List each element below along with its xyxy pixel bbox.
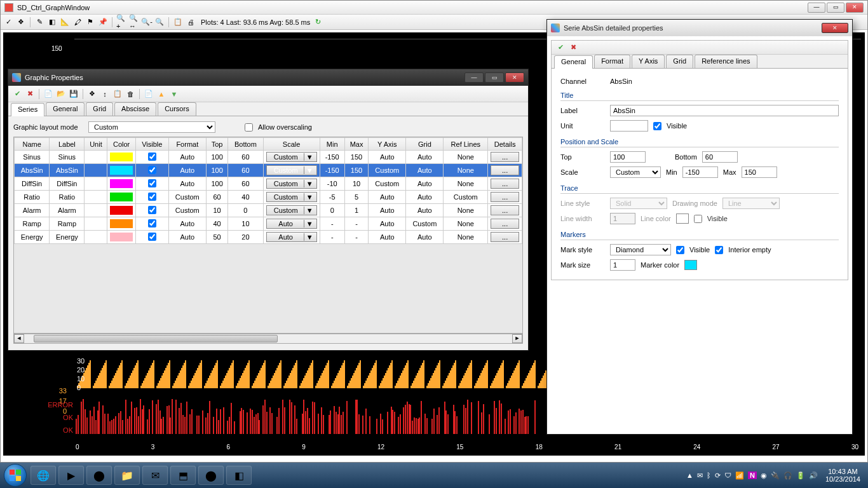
visible-checkbox[interactable] (148, 152, 156, 161)
dp-tab-grid[interactable]: Grid (666, 55, 693, 68)
series-row-ramp[interactable]: RampRampAuto4010Auto▼--AutoCustomNone... (15, 217, 522, 231)
gp-ok-icon[interactable]: ✔ (12, 89, 22, 99)
gp-doc-icon[interactable]: 📄 (144, 89, 154, 99)
gp-close-button[interactable]: ✕ (505, 72, 524, 83)
tray-sync-icon[interactable]: ⟳ (715, 471, 721, 480)
tray-clock[interactable]: 10:43 AM 10/23/2014 (822, 468, 864, 483)
col-min[interactable]: Min (320, 138, 344, 151)
marker-icon[interactable]: 🖍 (72, 17, 83, 27)
flag-icon[interactable]: ⚑ (85, 17, 95, 27)
col-top[interactable]: Top (206, 138, 227, 151)
visible-checkbox[interactable] (148, 233, 156, 241)
col-name[interactable]: Name (15, 138, 50, 151)
bottom-input[interactable] (702, 151, 738, 163)
series-row-energy[interactable]: EnergyEnergyAuto5020Auto▼--AutoAutoNone.… (15, 231, 522, 244)
trace-visible-checkbox[interactable] (694, 215, 702, 223)
close-button[interactable]: ✕ (846, 3, 864, 13)
dp-cancel-icon[interactable]: ✖ (568, 43, 578, 53)
zoom-in-icon[interactable]: 🔍+ (116, 17, 126, 27)
mark-visible-checkbox[interactable] (676, 246, 684, 254)
start-button[interactable] (4, 464, 27, 487)
color-swatch[interactable] (110, 179, 132, 188)
scale-dropdown[interactable]: Custom▼ (266, 205, 317, 215)
copy-icon[interactable]: 📋 (173, 17, 183, 27)
details-button[interactable]: ... (491, 219, 519, 229)
details-button[interactable]: ... (491, 165, 519, 175)
details-button[interactable]: ... (491, 192, 519, 202)
gp-copy-icon[interactable]: 📋 (112, 89, 123, 99)
tab-cursors[interactable]: Cursors (158, 102, 196, 116)
details-button[interactable]: ... (491, 179, 519, 189)
interior-checkbox[interactable] (715, 246, 723, 254)
series-row-diffsin[interactable]: DiffSinDiffSinAuto10060Custom▼-1010Custo… (15, 177, 522, 191)
pin-icon[interactable]: 📌 (98, 17, 108, 27)
gp-titlebar[interactable]: Graphic Properties — ▭ ✕ (8, 69, 528, 86)
scale-dropdown[interactable]: Custom▼ (266, 192, 317, 202)
scroll-track[interactable] (24, 334, 512, 343)
scale-dropdown[interactable]: Custom▼ (266, 152, 317, 162)
tab-abscisse[interactable]: Abscisse (114, 102, 156, 116)
top-input[interactable] (610, 151, 646, 163)
gp-save-icon[interactable]: 💾 (69, 89, 79, 99)
dp-tab-reflines[interactable]: Reference lines (695, 55, 757, 68)
gp-hscroll[interactable]: ◄ ► (13, 334, 523, 344)
max-input[interactable] (742, 166, 777, 178)
scale-dropdown[interactable]: Auto▼ (266, 232, 317, 242)
overscaling-checkbox[interactable] (245, 123, 253, 132)
task-outlook[interactable]: ✉ (142, 466, 168, 485)
toolbar-icon-2[interactable]: ❖ (16, 17, 26, 27)
tray-usb-icon[interactable]: 🔌 (771, 471, 780, 480)
col-unit[interactable]: Unit (85, 138, 107, 151)
refresh-icon[interactable]: ↻ (313, 17, 323, 27)
task-chrome2[interactable]: ⬤ (198, 466, 224, 485)
task-vs[interactable]: ⬒ (170, 466, 196, 485)
tray-headset-icon[interactable]: 🎧 (783, 471, 792, 480)
series-row-ratio[interactable]: RatioRatioCustom6040Custom▼-55AutoAutoCu… (15, 191, 522, 204)
col-format[interactable]: Format (168, 138, 206, 151)
details-button[interactable]: ... (491, 205, 519, 215)
col-bottom[interactable]: Bottom (228, 138, 263, 151)
task-chrome[interactable]: ⬤ (86, 466, 112, 485)
gp-series-icon[interactable]: ❖ (87, 89, 97, 99)
col-label[interactable]: Label (50, 138, 85, 151)
maximize-button[interactable]: ▭ (827, 3, 844, 13)
tray-up-icon[interactable]: ▲ (686, 471, 693, 479)
col-scale[interactable]: Scale (263, 138, 320, 151)
gp-minimize-button[interactable]: — (465, 72, 484, 83)
task-explorer[interactable]: 📁 (114, 466, 140, 485)
task-ie[interactable]: 🌐 (31, 466, 56, 485)
task-app[interactable]: ◧ (226, 466, 252, 485)
col-max[interactable]: Max (344, 138, 369, 151)
series-row-abssin[interactable]: AbsSinAbsSinAuto10060Custom▼-150150Custo… (15, 164, 522, 177)
col-details[interactable]: Details (488, 138, 522, 151)
tray-n-icon[interactable]: N (748, 471, 757, 479)
tab-general[interactable]: General (46, 102, 85, 116)
toolbar-icon-1[interactable]: ✓ (3, 17, 13, 27)
col-color[interactable]: Color (107, 138, 135, 151)
markcolor-swatch[interactable] (684, 260, 697, 270)
tray-mail-icon[interactable]: ✉ (697, 471, 703, 480)
gp-open-icon[interactable]: 📂 (56, 89, 66, 99)
details-button[interactable]: ... (491, 152, 519, 162)
zoom-fit-icon[interactable]: 🔍 (154, 17, 165, 27)
tab-grid[interactable]: Grid (86, 102, 113, 116)
gp-sort-icon[interactable]: ↕ (100, 89, 110, 99)
label-input[interactable] (610, 105, 839, 116)
color-swatch[interactable] (110, 233, 132, 241)
task-media[interactable]: ▶ (58, 466, 84, 485)
col-visible[interactable]: Visible (135, 138, 168, 151)
tray-bt-icon[interactable]: ᛒ (707, 471, 711, 479)
visible-checkbox[interactable] (148, 179, 156, 187)
scale-dropdown[interactable]: Custom▼ (266, 165, 317, 175)
dp-tab-general[interactable]: General (554, 55, 593, 69)
dp-ok-icon[interactable]: ✔ (555, 43, 566, 53)
gp-delete-icon[interactable]: 🗑 (125, 89, 135, 99)
series-row-sinus[interactable]: SinusSinusAuto10060Custom▼-150150AutoAut… (15, 151, 522, 164)
visible-checkbox[interactable] (653, 122, 661, 130)
layout-mode-select[interactable]: Custom (88, 121, 215, 133)
series-row-alarm[interactable]: AlarmAlarmCustom100Custom▼01AutoAutoNone… (15, 204, 522, 217)
color-swatch[interactable] (110, 152, 132, 161)
col-ref-lines[interactable]: Ref Lines (444, 138, 488, 151)
visible-checkbox[interactable] (148, 219, 156, 227)
ruler-icon[interactable]: 📐 (60, 17, 70, 27)
